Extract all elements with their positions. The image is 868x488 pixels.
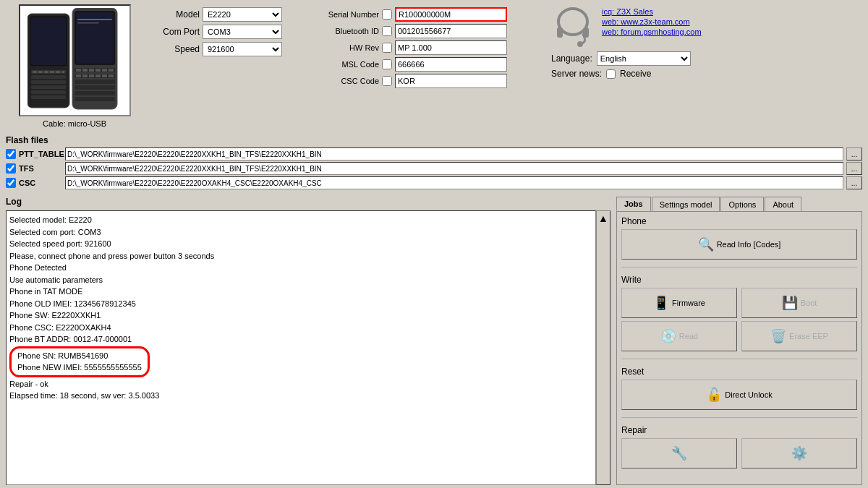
write-buttons-row: 📱 Firmware 💾 Boot (621, 288, 857, 318)
bluetooth-checkbox[interactable] (382, 26, 392, 36)
msl-checkbox[interactable] (382, 59, 392, 69)
svg-rect-8 (31, 95, 66, 99)
read-info-btn[interactable]: 🔍 Read Info [Codes] (621, 229, 857, 260)
comport-select[interactable]: COM3 (203, 25, 282, 39)
hwrev-input[interactable] (395, 40, 507, 55)
svg-rect-14 (61, 71, 64, 73)
icq-link[interactable]: icq: Z3X Sales (602, 7, 702, 16)
svg-rect-9 (33, 71, 37, 73)
csc-browse-btn[interactable]: ... (846, 176, 862, 189)
flash-row-ptt: PTT_TABLE ... (6, 147, 862, 160)
model-label: Model (149, 9, 200, 20)
tab-jobs[interactable]: Jobs (616, 197, 651, 211)
jobs-panel: Jobs Settings model Options About Phone … (616, 197, 862, 485)
svg-rect-31 (109, 69, 114, 72)
cable-label: Cable: micro-USB (43, 119, 106, 128)
msl-input[interactable] (395, 57, 507, 72)
model-select[interactable]: E2220 (203, 7, 282, 22)
repair-group-title: Repair (621, 425, 857, 435)
log-line-12: Phone SN: RUMB541690 (17, 350, 142, 362)
tfs-browse-btn[interactable]: ... (846, 162, 862, 175)
serial-checkbox[interactable] (382, 9, 392, 20)
hwrev-checkbox[interactable] (382, 43, 392, 53)
server-row: Server news: Receive (551, 69, 862, 79)
tfs-checkbox[interactable] (6, 163, 16, 174)
svg-rect-26 (76, 69, 81, 72)
repair-btn1[interactable]: 🔧 (621, 438, 737, 468)
log-panel: Log Selected model: E2220 Selected com p… (6, 197, 610, 485)
csc-checkbox[interactable] (6, 178, 16, 188)
tfs-path[interactable] (65, 162, 843, 175)
csc-name: CSC (19, 179, 62, 187)
svg-rect-7 (31, 90, 66, 94)
phone-svg (27, 8, 122, 113)
svg-rect-11 (44, 71, 48, 73)
log-area[interactable]: Selected model: E2220 Selected com port:… (6, 210, 596, 485)
web-link2[interactable]: web: forum.gsmhosting.com (602, 27, 702, 36)
speed-row: Speed 921600 (149, 42, 308, 56)
ptt-browse-btn[interactable]: ... (846, 147, 862, 160)
msl-label: MSL Code (314, 60, 379, 69)
info-panel: Serial Number Bluetooth ID HW Rev MSL Co… (314, 4, 538, 128)
ptt-path[interactable] (65, 147, 843, 160)
reset-group-title: Reset (621, 367, 857, 377)
bluetooth-label: Bluetooth ID (314, 27, 379, 35)
jobs-content: Phone 🔍 Read Info [Codes] Write 📱 (616, 212, 862, 485)
speed-select[interactable]: 921600 (203, 42, 282, 56)
log-line-13: Phone NEW IMEI: 5555555555555 (17, 361, 142, 374)
search-icon: 🔍 (698, 236, 714, 252)
read-erase-row: 💿 Read 🗑️ Erase EEP (621, 321, 857, 351)
svg-rect-24 (75, 91, 115, 95)
ptt-checkbox[interactable] (6, 149, 16, 159)
svg-rect-22 (75, 80, 115, 84)
language-select[interactable]: English (597, 51, 691, 66)
svg-rect-30 (102, 69, 107, 72)
comport-row: Com Port COM3 (149, 25, 308, 39)
hwrev-row: HW Rev (314, 40, 538, 55)
repair-buttons-row: 🔧 ⚙️ (621, 438, 857, 468)
comport-label: Com Port (149, 27, 200, 37)
log-line-1: Selected model: E2220 (9, 214, 592, 226)
csc-path[interactable] (65, 176, 843, 189)
firmware-btn[interactable]: 📱 Firmware (621, 288, 737, 318)
phone-image (19, 4, 131, 116)
reset-buttons-row: 🔓 Direct Unlock (621, 380, 857, 410)
reset-group: Reset 🔓 Direct Unlock (621, 367, 857, 410)
model-row: Model E2220 (149, 7, 308, 22)
divider-1 (621, 267, 857, 267)
csc-checkbox[interactable] (382, 76, 392, 86)
boot-btn[interactable]: 💾 Boot (741, 288, 857, 318)
svg-rect-19 (77, 22, 99, 24)
log-line-4: Please, connect phone and press power bu… (9, 250, 592, 262)
csc-input[interactable] (395, 74, 507, 88)
direct-unlock-btn[interactable]: 🔓 Direct Unlock (621, 380, 857, 410)
read-info-label: Read Info [Codes] (717, 240, 781, 249)
receive-label: Receive (620, 69, 651, 79)
log-scroll-up-btn[interactable]: ▲ (596, 210, 610, 485)
erase-eep-btn[interactable]: 🗑️ Erase EEP (741, 321, 857, 351)
tab-options[interactable]: Options (720, 197, 764, 211)
svg-rect-29 (95, 69, 101, 72)
repair-btn2[interactable]: ⚙️ (741, 438, 857, 468)
svg-rect-25 (75, 97, 115, 101)
receive-checkbox[interactable] (606, 69, 616, 79)
serial-input[interactable] (395, 7, 507, 22)
svg-rect-4 (31, 75, 66, 79)
language-row: Language: English (551, 51, 862, 66)
svg-rect-12 (50, 71, 54, 73)
flash-row-csc: CSC ... (6, 176, 862, 189)
server-label: Server news: (551, 69, 602, 79)
log-highlight-box: Phone SN: RUMB541690 Phone NEW IMEI: 555… (9, 346, 150, 377)
tfs-name: TFS (19, 164, 62, 173)
tab-about[interactable]: About (765, 197, 801, 211)
web-link1[interactable]: web: www.z3x-team.com (602, 17, 702, 26)
svg-rect-2 (31, 17, 66, 65)
headset-icon (551, 7, 595, 47)
log-line-5: Phone Detected (9, 262, 592, 274)
write-group-title: Write (621, 275, 857, 285)
bluetooth-input[interactable] (395, 24, 507, 38)
svg-rect-37 (109, 74, 114, 77)
log-line-11: Phone BT ADDR: 0012-47-000001 (9, 333, 592, 346)
read-btn[interactable]: 💿 Read (621, 321, 737, 351)
tab-settings-model[interactable]: Settings model (652, 197, 720, 211)
